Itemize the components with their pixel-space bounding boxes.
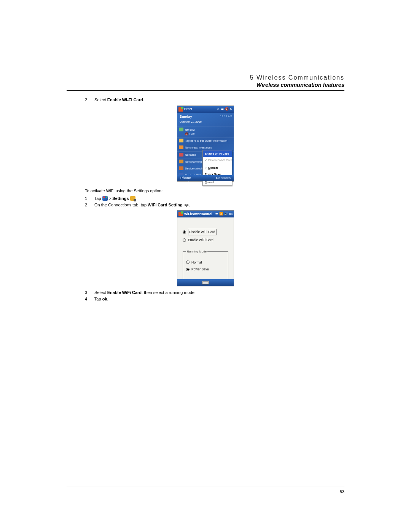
step-4: 4 Tap ok. <box>85 296 344 302</box>
page-footer: 53 <box>67 487 344 494</box>
step-text: Select Enable WiFi Card, then select a r… <box>94 290 196 295</box>
text: . <box>189 203 190 207</box>
phone-icon <box>179 128 183 131</box>
owner-icon <box>179 139 183 142</box>
radio-label: Enable WiFi Card <box>188 238 213 243</box>
text: . <box>143 97 144 102</box>
text: > <box>108 196 113 201</box>
unlock-icon <box>179 166 183 170</box>
screenshot-wifi-power-control: WiFiPowerControl ⇄ 📶 🔊 ok Disable WiFi C… <box>177 210 234 286</box>
bold-text: Enable WiFi Card <box>107 290 142 295</box>
radio-power-save[interactable]: Power Save <box>186 267 225 272</box>
row-text: No unread messages <box>185 145 232 150</box>
radio-icon <box>186 268 190 271</box>
row-text: Tap here to set owner information <box>185 139 232 143</box>
tray-icon: ⇄ <box>215 212 218 216</box>
softkey-contacts[interactable]: Contacts <box>216 176 231 181</box>
softkey-phone[interactable]: Phone <box>180 176 191 181</box>
text: : Off <box>188 132 194 136</box>
shot1-titlebar: Start ☺ ⇄ 🔇 ↻ <box>177 106 234 113</box>
page-header: 5 Wireless Communications Wireless commu… <box>67 74 344 88</box>
text: Tap <box>94 297 102 301</box>
step-text: Select Enable Wi-Fi Card. <box>94 97 144 102</box>
clock: 12:14 AM <box>220 114 232 118</box>
tray-icon: 📶 <box>219 212 223 216</box>
running-mode-group: Running Mode Normal Power Save <box>183 249 228 282</box>
tasks-icon <box>179 153 183 157</box>
start-icon <box>102 196 108 201</box>
step-number: 2 <box>85 97 93 103</box>
ctx-enable-wifi[interactable]: Enable Wi-Fi Card <box>203 150 232 157</box>
tray-icon: ⇄ <box>221 107 224 112</box>
system-tray: ⇄ 📶 🔊 ok <box>215 212 233 216</box>
radio-disable-wifi[interactable]: Disable WiFi Card <box>183 229 228 235</box>
step-number: 4 <box>85 296 93 302</box>
procedure-subheading: To activate WiFi using the Settings opti… <box>85 188 162 194</box>
radio-icon <box>186 260 190 264</box>
wifi-icon <box>184 203 189 207</box>
system-tray: ☺ ⇄ 🔇 ↻ <box>217 107 233 112</box>
text: Select <box>94 97 107 102</box>
row-text: No SIM 📵 : Off <box>185 128 232 136</box>
nosim-icon: 📵 <box>185 132 188 136</box>
keyboard-icon[interactable] <box>202 281 209 284</box>
ok-button[interactable]: ok <box>229 212 233 216</box>
step-number: 1 <box>85 195 93 202</box>
windows-flag-icon <box>178 212 183 216</box>
row-owner: Tap here to set owner information <box>177 137 234 144</box>
chapter-title: 5 Wireless Communications <box>67 74 344 81</box>
full-date: October 01, 2006 <box>180 120 202 123</box>
step-2-prior: 2 Select Enable Wi-Fi Card. <box>85 97 344 103</box>
windows-flag-icon <box>178 107 183 112</box>
footer-rule <box>67 487 344 487</box>
step-2: 2 On the Connections tab, tap WiFi Card … <box>85 202 344 208</box>
shot2-body: Disable WiFi Card Enable WiFi Card Runni… <box>177 217 234 281</box>
menu-separator <box>204 164 231 164</box>
shot2-titlebar: WiFiPowerControl ⇄ 📶 🔊 ok <box>177 211 234 217</box>
text: , then select a running mode. <box>142 290 196 295</box>
document-page: 5 Wireless Communications Wireless commu… <box>0 0 411 532</box>
radio-label: Power Save <box>191 267 209 272</box>
bold-text: WiFi Card Setting <box>148 203 183 207</box>
radio-label: Disable WiFi Card <box>188 229 217 235</box>
svg-point-0 <box>186 206 187 207</box>
radio-normal[interactable]: Normal <box>186 260 225 265</box>
step-text: On the Connections tab, tap WiFi Card Se… <box>94 203 190 207</box>
bold-text: ok <box>102 297 107 301</box>
start-label: Start <box>184 107 192 112</box>
radio-label: Normal <box>191 260 202 265</box>
radio-icon <box>183 230 186 234</box>
shot1-softkeys: Phone Contacts <box>177 175 234 181</box>
step-1: 1 Tap > Settings . <box>85 195 344 202</box>
tray-icon: 🔊 <box>224 212 228 216</box>
ctx-disable-wifi[interactable]: Disable Wi-Fi Card <box>203 157 232 163</box>
text: ormal <box>210 166 218 169</box>
tray-icon: 🔇 <box>225 107 229 112</box>
step-text: Tap ok. <box>94 297 108 301</box>
body-content: 2 Select Enable Wi-Fi Card. Start ☺ ⇄ 🔇 … <box>67 97 344 302</box>
tray-icon: ☺ <box>217 107 220 112</box>
text: On the <box>94 203 108 207</box>
radio-icon <box>183 238 186 242</box>
bold-text: Enable Wi-Fi Card <box>107 97 143 102</box>
step-3: 3 Select Enable WiFi Card, then select a… <box>85 289 344 296</box>
screenshot-today-screen: Start ☺ ⇄ 🔇 ↻ Sunday October 01, 2006 12… <box>177 105 234 182</box>
section-title: Wireless communication features <box>67 82 344 88</box>
fieldset-legend: Running Mode <box>186 249 207 254</box>
radio-enable-wifi[interactable]: Enable WiFi Card <box>183 238 228 243</box>
window-title: WiFiPowerControl <box>184 212 212 217</box>
envelope-icon <box>179 145 183 149</box>
shot2-bottom-bar <box>177 279 234 286</box>
row-phone: No SIM 📵 : Off <box>177 126 234 138</box>
text: . <box>107 297 108 301</box>
ctx-normal[interactable]: Normal <box>203 165 232 171</box>
calendar-icon <box>179 160 183 163</box>
step-number: 3 <box>85 289 93 296</box>
text: tab, tap <box>131 203 148 207</box>
settings-icon <box>130 196 135 201</box>
text: No SIM <box>185 128 194 131</box>
text: Tap <box>94 196 102 201</box>
tray-icon: ↻ <box>230 107 233 112</box>
step-number: 2 <box>85 202 93 208</box>
bold-text: Settings <box>112 196 129 201</box>
